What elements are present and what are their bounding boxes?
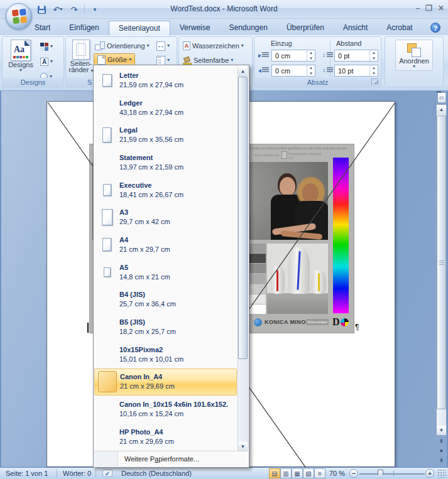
size-item-icon-column xyxy=(94,184,119,196)
size-menu-item[interactable]: Legal21,59 cm x 35,56 cm xyxy=(94,121,237,149)
zoom-level[interactable]: 70 % xyxy=(329,470,345,477)
page-margins-button[interactable]: Seiten- ränder ▾ xyxy=(68,40,94,73)
size-item-name: A3 xyxy=(119,208,237,217)
indent-right-spinner[interactable]: ▲▼ xyxy=(307,65,315,76)
size-item-icon-column xyxy=(94,209,119,225)
spacing-after-field[interactable]: 10 pt ▲▼ xyxy=(334,65,378,77)
size-menu-item[interactable]: Statement13,97 cm x 21,59 cm xyxy=(94,149,237,176)
tab-acrobat[interactable]: Acrobat xyxy=(377,21,422,35)
size-item-icon-column xyxy=(94,74,119,87)
size-item-dimensions: 18,2 cm x 25,7 cm xyxy=(119,327,237,336)
spacing-after-icon xyxy=(322,67,333,75)
help-button[interactable]: ? xyxy=(430,23,440,33)
zoom-slider-handle[interactable] xyxy=(378,470,383,478)
size-item-name: HP Photo_A4 xyxy=(119,428,237,437)
orientation-icon xyxy=(95,41,105,50)
size-menu-item[interactable]: Executive18,41 cm x 26,67 cm xyxy=(94,176,237,204)
size-menu-item[interactable]: A329,7 cm x 42 cm xyxy=(94,203,237,231)
breaks-button[interactable]: ▾ xyxy=(156,40,170,52)
ruler-toggle-button[interactable]: ▭ xyxy=(437,92,446,103)
tab-seitenlayout[interactable]: Seitenlayout xyxy=(109,21,170,35)
size-menu-item[interactable]: 10x15Pixma215,01 cm x 10,01 cm xyxy=(94,341,237,369)
word-window: ↶▾ ↷ ▾ WordTest.docx - Microsoft Word – … xyxy=(0,0,448,479)
dropdown-scroll-up[interactable]: ▲ xyxy=(238,67,248,76)
group-label-designs: Designs xyxy=(3,78,63,87)
size-menu-item[interactable]: B5 (JIS)18,2 cm x 25,7 cm xyxy=(94,313,237,341)
maximize-button[interactable]: ❐ xyxy=(425,4,432,13)
group-label-paragraph: Absatz xyxy=(254,78,381,87)
orientation-button[interactable]: Orientierung ▾ xyxy=(95,40,150,52)
print-layout-view-button[interactable]: ▤ xyxy=(269,468,280,478)
scrollbar-thumb[interactable] xyxy=(437,116,446,409)
tab-überprüfen[interactable]: Überprüfen xyxy=(277,21,334,35)
tab-sendungen[interactable]: Sendungen xyxy=(219,21,276,35)
spellcheck-icon[interactable]: ✓ xyxy=(102,470,112,477)
more-paper-sizes-item[interactable]: Weitere Papierformate... xyxy=(94,451,248,466)
select-browse-object-button[interactable]: ● xyxy=(437,447,446,455)
theme-colors-button[interactable]: ▾ xyxy=(40,40,53,53)
resize-grip[interactable] xyxy=(438,470,446,478)
dropdown-scroll-down[interactable]: ▼ xyxy=(238,442,248,451)
close-button[interactable]: ✕ xyxy=(438,4,444,13)
size-item-name: 10x15Pixma2 xyxy=(119,345,237,355)
office-button[interactable] xyxy=(6,3,32,30)
breaks-icon xyxy=(156,41,165,51)
size-menu-item[interactable]: Canon In_A421 cm x 29,69 cm xyxy=(94,369,237,396)
size-item-dimensions: 21 cm x 29,7 cm xyxy=(119,245,237,254)
watermark-button[interactable]: A Wasserzeichen ▾ xyxy=(183,40,244,52)
office-logo-icon xyxy=(12,9,27,24)
dropdown-scrollbar[interactable]: ▲ ▼ xyxy=(238,67,248,451)
size-item-name: Canon In_10x15 4x6in 101.6x152. xyxy=(119,400,237,409)
size-menu-item[interactable]: HP Photo_A421 cm x 29,69 cm xyxy=(94,423,237,451)
dropdown-scrollbar-thumb[interactable] xyxy=(238,77,248,359)
spacing-before-spinner[interactable]: ▲▼ xyxy=(369,50,378,61)
fullscreen-reading-view-button[interactable]: ▥ xyxy=(280,468,292,478)
size-menu-item[interactable]: B4 (JIS)25,7 cm x 36,4 cm xyxy=(94,286,237,314)
split-handle[interactable] xyxy=(437,91,441,93)
tab-einfügen[interactable]: Einfügen xyxy=(60,21,108,35)
page-size-dropdown: Letter21,59 cm x 27,94 cmLedger43,18 cm … xyxy=(93,65,249,468)
indent-left-field[interactable]: 0 cm ▲▼ xyxy=(271,50,315,62)
minimize-button[interactable]: – xyxy=(415,4,420,13)
indent-right-field[interactable]: 0 cm ▲▼ xyxy=(271,65,315,77)
size-item-dimensions: 15,01 cm x 10,01 cm xyxy=(119,355,237,364)
theme-fonts-button[interactable]: A ▾ xyxy=(40,55,53,68)
language-status[interactable]: Deutsch (Deutschland) xyxy=(121,470,192,477)
size-item-dimensions: 43,18 cm x 27,94 cm xyxy=(119,108,237,117)
size-menu-item[interactable]: Ledger43,18 cm x 27,94 cm xyxy=(94,94,237,122)
ribbon-tab-bar: StartEinfügenSeitenlayoutVerweiseSendung… xyxy=(0,19,448,35)
tab-ansicht[interactable]: Ansicht xyxy=(334,21,377,35)
next-page-button[interactable]: ⇟ xyxy=(437,456,446,465)
outline-view-button[interactable]: ▧ xyxy=(303,468,314,478)
page-size-button[interactable]: Größe ▾ xyxy=(94,53,135,66)
zoom-out-button[interactable]: − xyxy=(349,469,358,478)
spacing-before-field[interactable]: 0 pt ▲▼ xyxy=(334,50,378,62)
designs-button[interactable]: Aa Designs ▾ xyxy=(6,40,35,72)
tab-verweise[interactable]: Verweise xyxy=(170,21,220,35)
word-count-status[interactable]: Wörter: 0 xyxy=(63,470,91,477)
zoom-slider-center-tick xyxy=(393,471,394,476)
size-menu-item[interactable]: A514,8 cm x 21 cm xyxy=(94,259,237,286)
previous-page-button[interactable]: ⇞ xyxy=(437,438,446,446)
spacing-after-spinner[interactable]: ▲▼ xyxy=(369,65,378,76)
tab-start[interactable]: Start xyxy=(25,21,60,35)
page-count-status[interactable]: Seite: 1 von 1 xyxy=(6,470,48,477)
size-menu-item[interactable]: Letter21,59 cm x 27,94 cm xyxy=(94,67,237,94)
zoom-in-button[interactable]: + xyxy=(425,469,434,478)
page-color-icon xyxy=(183,57,192,65)
zoom-slider-track[interactable] xyxy=(359,473,425,475)
draft-view-button[interactable]: ≡ xyxy=(314,468,325,478)
size-menu-item[interactable]: A421 cm x 29,7 cm xyxy=(94,231,237,259)
web-layout-view-button[interactable]: ▦ xyxy=(292,468,303,478)
scroll-down-button[interactable]: ▼ xyxy=(437,426,446,435)
margins-icon xyxy=(72,40,90,60)
scroll-up-button[interactable]: ▲ xyxy=(437,105,446,114)
page-icon xyxy=(102,238,111,251)
indent-left-spinner[interactable]: ▲▼ xyxy=(307,50,315,61)
arrange-button[interactable]: Anordnen ▾ xyxy=(395,40,433,71)
paragraph-dialog-launcher[interactable]: ◿ xyxy=(371,78,378,85)
vertical-scrollbar[interactable]: ▲ ▼ xyxy=(436,104,447,436)
page-navigation: ⇞ ● ⇟ xyxy=(436,438,447,465)
size-item-name: Executive xyxy=(119,181,237,190)
size-menu-item[interactable]: Canon In_10x15 4x6in 101.6x152.10,16 cm … xyxy=(94,396,237,423)
